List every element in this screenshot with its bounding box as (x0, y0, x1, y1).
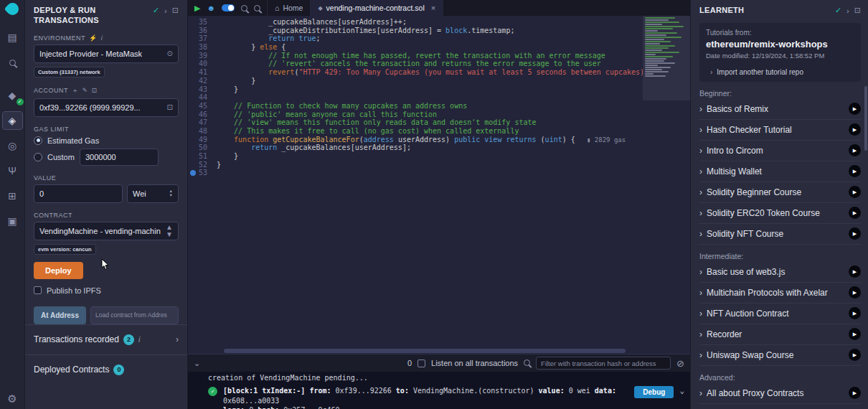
tutorial-item[interactable]: ›Recorder▶ (699, 324, 861, 345)
tutorial-item[interactable]: ›Basic use of web3.js▶ (699, 262, 861, 283)
terminal-filter-input[interactable] (536, 357, 671, 370)
minimap[interactable] (643, 16, 690, 348)
play-icon[interactable]: ▶ (849, 186, 861, 198)
transactions-recorded-row[interactable]: Transactions recorded 2 i › (25, 324, 187, 354)
file-explorer-icon[interactable]: ▤ (3, 29, 22, 46)
transaction-log-row[interactable]: ✓ [block:1 txIndex:-] from: 0xf39...9226… (208, 386, 684, 409)
expand-icon[interactable]: › (164, 6, 167, 15)
at-address-button[interactable]: At Address (34, 306, 86, 324)
play-icon[interactable]: ▶ (849, 123, 861, 136)
code-line: 42 } (188, 77, 690, 85)
learneth-pin-icon[interactable]: ⊡ (854, 6, 861, 15)
tab-contract-file[interactable]: ◆ vending-machine-contract.sol × (311, 0, 443, 16)
import-tutorial-link[interactable]: ›Import another tutorial repo (706, 68, 854, 76)
debug-button[interactable]: Debug (634, 386, 674, 398)
activity-icons: ▤◆✓◈◎Ψ⊞▣ (3, 21, 22, 230)
plug-icon[interactable]: ⚡ (89, 34, 98, 42)
play-icon[interactable]: ▶ (849, 307, 861, 319)
pending-line: creation of VendingMachine pending... (208, 374, 684, 382)
tx-expand-chevron-icon[interactable]: ⌄ (679, 386, 684, 395)
tutorial-item-label: Basics of Remix (707, 104, 844, 114)
tutorial-item[interactable]: ›All about Proxy Contracts▶ (699, 383, 861, 404)
solidity-compiler-icon[interactable]: ◆✓ (3, 87, 22, 104)
custom-gas-input[interactable] (80, 149, 159, 166)
tutorial-item[interactable]: ›Solidity NFT Course▶ (699, 224, 861, 245)
deploy-button[interactable]: Deploy (34, 262, 83, 279)
activity-bar: ▤◆✓◈◎Ψ⊞▣ ⚙ (0, 0, 25, 409)
account-select[interactable]: 0xf39...92266 (9999.99929... ⊡ (34, 98, 179, 117)
play-icon[interactable]: ▶ (849, 165, 861, 177)
add-account-icon[interactable]: ＋ (72, 86, 79, 95)
custom-gas-radio[interactable] (34, 153, 42, 161)
value-label: VALUE (34, 174, 56, 182)
tab-home[interactable]: ⌂ Home (267, 0, 311, 16)
copy-account-icon[interactable]: ⊡ (92, 87, 98, 94)
tutorial-item[interactable]: ›Uniswap Swap Course▶ (699, 345, 861, 366)
learneth-scrollbar[interactable] (864, 86, 867, 151)
tutorial-item[interactable]: ›NFT Auction Contract▶ (699, 304, 861, 324)
tutorial-item[interactable]: ›Basics of Remix▶ (699, 99, 861, 120)
at-address-input[interactable] (90, 306, 179, 324)
value-unit-select[interactable]: Wei ▲▼ (127, 184, 179, 203)
code-line: 51 } (188, 152, 690, 161)
play-icon[interactable]: ▶ (849, 349, 861, 361)
search-icon[interactable] (3, 54, 22, 71)
pin-panel-icon[interactable]: ⊡ (172, 6, 179, 15)
terminal-collapse-icon[interactable]: ⌄ (194, 359, 200, 368)
tx-info-icon[interactable]: i (138, 336, 140, 344)
tutorial-item[interactable]: ›Intro to Circom▶ (699, 141, 861, 161)
close-tab-icon[interactable]: × (431, 4, 435, 12)
tutorial-item[interactable]: ›Solidity Beginner Course▶ (699, 182, 861, 203)
environment-settings-icon[interactable]: ⊙ (167, 50, 173, 57)
play-icon[interactable]: ▶ (849, 103, 861, 115)
chevron-right-icon: › (699, 125, 702, 135)
tutorial-item[interactable]: ›Multichain Protocols with Axelar▶ (699, 283, 861, 304)
zoom-out-icon[interactable] (241, 1, 247, 14)
code-line: 36 _cupcakeDistributionTimes[userAddress… (188, 27, 690, 35)
editor-toggle[interactable] (222, 4, 235, 11)
play-icon[interactable]: ▶ (849, 207, 861, 219)
settings-icon[interactable]: ⚙ (3, 390, 22, 408)
info-icon[interactable]: i (101, 34, 103, 42)
source-control-icon[interactable]: Ψ (3, 162, 22, 179)
tutorial-item[interactable]: ›Solidity ERC20 Token Course▶ (699, 203, 861, 224)
deploy-run-panel: DEPLOY & RUN TRANSACTIONS ✓ › ⊡ ENVIRONM… (25, 0, 188, 409)
sign-message-icon[interactable]: ✎ (82, 87, 88, 94)
learneth-plugin-icon[interactable]: ▣ (3, 212, 22, 230)
code-editor[interactable]: 35 _cupcakeBalances[userAddress]++;36 _c… (188, 16, 690, 348)
tx-expand-icon[interactable]: › (176, 334, 179, 344)
value-input[interactable] (34, 184, 123, 203)
debugger-icon[interactable]: ◎ (3, 137, 22, 154)
tutorial-item-label: Basic use of web3.js (707, 267, 844, 277)
tutorial-item-label: Multichain Protocols with Axelar (707, 288, 844, 298)
tutorial-item-label: NFT Auction Contract (707, 309, 844, 319)
deployed-contracts-row[interactable]: Deployed Contracts 0 (25, 354, 187, 385)
deploy-run-icon[interactable]: ◈ (3, 112, 22, 129)
clear-terminal-icon[interactable]: ⊘ (676, 358, 684, 369)
play-icon[interactable]: ▶ (849, 286, 861, 298)
estimated-gas-radio[interactable] (34, 136, 42, 145)
learneth-expand-icon[interactable]: › (846, 6, 849, 15)
zoom-in-icon[interactable] (254, 1, 260, 14)
publish-icon[interactable]: ☻ (207, 4, 215, 12)
run-script-icon[interactable]: ▶ (194, 4, 200, 13)
account-copy-icon[interactable]: ⊡ (167, 103, 173, 111)
code-line: 50 return _cupcakeBalances[userAddress]; (188, 144, 690, 152)
plugin-manager-icon[interactable]: ⊞ (3, 187, 22, 204)
environment-select[interactable]: Injected Provider - MetaMask ⊙ (34, 44, 179, 63)
contract-select[interactable]: VendingMachine - vending-machin ▲▼ (34, 222, 179, 240)
tutorial-item[interactable]: ›Hash Checker Tutorial▶ (699, 120, 861, 141)
publish-ipfs-checkbox[interactable] (34, 286, 42, 294)
code-line: 40 // 'revert' cancels the transaction a… (188, 60, 690, 68)
play-icon[interactable]: ▶ (849, 144, 861, 156)
terminal-body: creation of VendingMachine pending... ✓ … (188, 372, 690, 409)
listen-all-checkbox[interactable] (418, 359, 425, 367)
play-icon[interactable]: ▶ (849, 387, 861, 399)
horizontal-scrollbar[interactable] (188, 348, 690, 354)
tutorial-item[interactable]: ›Multisig Wallet▶ (699, 161, 861, 182)
remix-logo[interactable] (4, 0, 21, 17)
play-icon[interactable]: ▶ (849, 265, 861, 278)
play-icon[interactable]: ▶ (849, 328, 861, 340)
learneth-title: LEARNETH (699, 6, 744, 16)
play-icon[interactable]: ▶ (849, 227, 861, 240)
